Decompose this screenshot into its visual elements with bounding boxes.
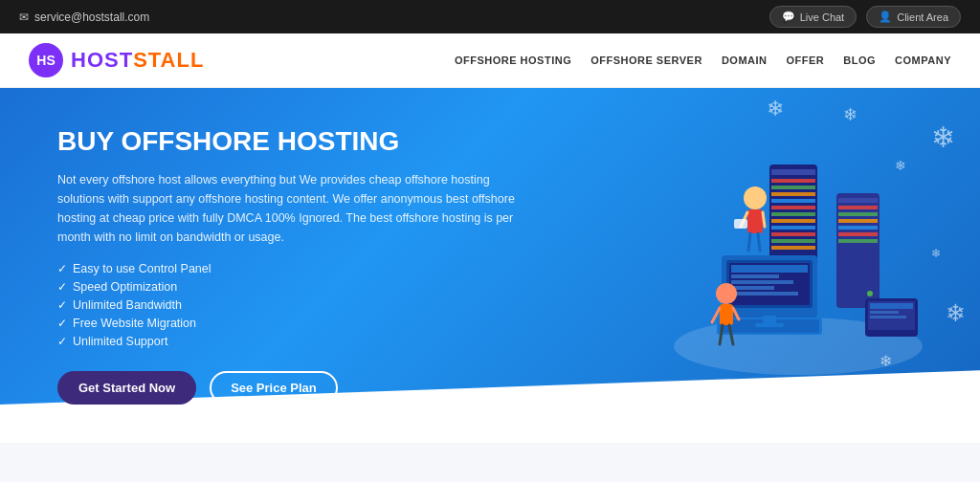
see-price-plan-button[interactable]: See Price Plan xyxy=(210,371,338,405)
svg-rect-41 xyxy=(734,219,747,229)
check-icon-3: ✓ xyxy=(57,298,67,312)
svg-rect-16 xyxy=(836,193,880,308)
svg-point-42 xyxy=(716,283,737,304)
hero-description: Not every offshore host allows everythin… xyxy=(57,170,517,247)
check-icon-2: ✓ xyxy=(57,280,67,294)
svg-rect-17 xyxy=(838,198,878,203)
nav-blog[interactable]: BLOG xyxy=(843,55,876,66)
nav-domain[interactable]: DOMAIN xyxy=(722,55,768,66)
svg-rect-28 xyxy=(731,265,808,273)
svg-rect-53 xyxy=(870,311,899,314)
logo[interactable]: HS HOSTSTALL xyxy=(29,43,204,77)
nav-offer[interactable]: OFFER xyxy=(787,55,825,66)
svg-rect-32 xyxy=(731,292,798,296)
clientarea-button[interactable]: 👤 Client Area xyxy=(866,6,961,28)
hero-buttons: Get Started Now See Price Plan xyxy=(57,371,517,405)
livechat-button[interactable]: 💬 Live Chat xyxy=(769,6,857,28)
svg-rect-6 xyxy=(771,199,815,203)
logo-icon: HS xyxy=(29,43,63,77)
email-text: service@hoststall.com xyxy=(34,11,149,24)
topbar-email-section: ✉ service@hoststall.com xyxy=(19,11,149,24)
svg-rect-49 xyxy=(755,323,784,327)
svg-rect-11 xyxy=(771,232,815,236)
logo-host: HOST xyxy=(71,48,133,72)
check-icon-4: ✓ xyxy=(57,317,67,330)
hero-title: BUY OFFSHORE HOSTING xyxy=(57,126,517,157)
user-icon: 👤 xyxy=(879,11,892,23)
svg-rect-8 xyxy=(771,212,815,216)
header: HS HOSTSTALL OFFSHORE HOSTING OFFSHORE S… xyxy=(0,33,980,88)
svg-rect-3 xyxy=(771,179,815,183)
topbar: ✉ service@hoststall.com 💬 Live Chat 👤 Cl… xyxy=(0,0,980,33)
snowflake-5: ❄ xyxy=(946,301,966,325)
support-section: EPIC SUPPORT #1 Reason to Join Available… xyxy=(0,443,980,482)
nav-company[interactable]: COMPANY xyxy=(895,55,951,66)
hero-illustration xyxy=(578,107,942,404)
svg-rect-13 xyxy=(771,246,815,250)
svg-rect-19 xyxy=(838,212,878,216)
topbar-buttons: 💬 Live Chat 👤 Client Area xyxy=(769,6,961,28)
get-started-button[interactable]: Get Started Now xyxy=(57,371,196,405)
logo-stall: STALL xyxy=(133,48,204,72)
feature-3: ✓Unlimited Bandwidth xyxy=(57,298,517,312)
svg-rect-36 xyxy=(747,209,763,233)
svg-rect-12 xyxy=(771,239,815,243)
svg-rect-52 xyxy=(870,303,913,309)
svg-point-35 xyxy=(744,186,767,209)
email-icon: ✉ xyxy=(19,11,29,24)
svg-rect-5 xyxy=(771,192,815,196)
nav-offshore-server[interactable]: OFFSHORE SERVER xyxy=(590,55,702,66)
hero-content: BUY OFFSHORE HOSTING Not every offshore … xyxy=(57,126,517,405)
svg-rect-21 xyxy=(838,226,878,230)
svg-rect-4 xyxy=(771,186,815,189)
chat-icon: 💬 xyxy=(782,11,795,23)
svg-rect-30 xyxy=(731,280,793,284)
svg-rect-22 xyxy=(838,232,878,236)
svg-line-38 xyxy=(763,212,765,227)
hero-section: ❄ ❄ ❄ ❄ ❄ ❄ ❄ ❄ xyxy=(0,88,980,443)
check-icon-1: ✓ xyxy=(57,262,67,275)
svg-rect-7 xyxy=(771,206,815,209)
svg-rect-23 xyxy=(838,239,878,243)
check-icon-5: ✓ xyxy=(57,335,67,348)
feature-1: ✓Easy to use Control Panel xyxy=(57,262,517,275)
svg-rect-31 xyxy=(731,286,774,290)
feature-5: ✓Unlimited Support xyxy=(57,335,517,348)
svg-rect-48 xyxy=(763,316,776,323)
svg-rect-29 xyxy=(731,274,779,278)
svg-line-39 xyxy=(748,233,750,251)
svg-rect-20 xyxy=(838,219,878,223)
logo-text: HOSTSTALL xyxy=(71,48,204,73)
svg-point-24 xyxy=(867,291,873,296)
svg-rect-9 xyxy=(771,219,815,223)
svg-rect-10 xyxy=(771,226,815,230)
feature-4: ✓Free Website Migration xyxy=(57,317,517,330)
hero-features-list: ✓Easy to use Control Panel ✓Speed Optimi… xyxy=(57,262,517,348)
svg-rect-54 xyxy=(870,316,906,318)
svg-rect-18 xyxy=(838,206,878,209)
nav-offshore-hosting[interactable]: OFFSHORE HOSTING xyxy=(455,55,571,66)
svg-rect-43 xyxy=(720,304,733,325)
svg-rect-2 xyxy=(771,169,815,175)
svg-line-40 xyxy=(758,233,760,251)
main-nav: OFFSHORE HOSTING OFFSHORE SERVER DOMAIN … xyxy=(455,55,951,66)
feature-2: ✓Speed Optimization xyxy=(57,280,517,294)
